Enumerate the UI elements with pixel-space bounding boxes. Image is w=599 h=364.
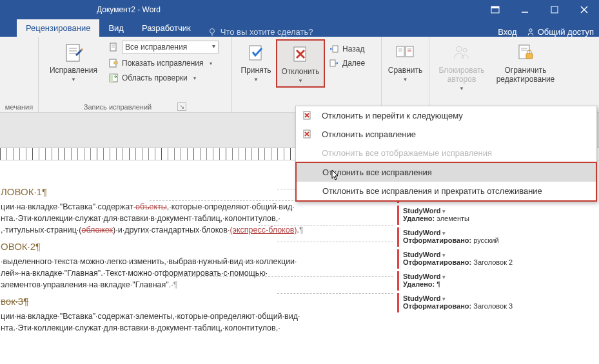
previous-change-button[interactable]: Назад — [328, 43, 366, 55]
track-changes-icon — [63, 42, 84, 64]
chevron-down-icon: ▾ — [193, 75, 196, 81]
tab-developer[interactable]: Разработчик — [133, 19, 200, 37]
paragraph: лей»·на·вкладке·"Главная".·Текст·можно·о… — [1, 267, 387, 279]
reviewing-pane-icon — [108, 73, 119, 83]
revision-item[interactable]: StudyWordОтформатировано: Заголовок 2 — [397, 249, 595, 269]
paragraph: ции·на·вкладке·"Вставка"·содержат·элемен… — [1, 311, 387, 322]
revision-detail: Отформатировано: Заголовок 3 — [403, 302, 593, 310]
group-changes: Принять ▼ Отклонить ▼ Назад — [232, 37, 382, 112]
next-icon — [329, 58, 339, 68]
paragraph: нта.·Эти·коллекции·служат·для·вставки·в·… — [1, 213, 387, 224]
group-compare: Сравнить ▼ — [382, 37, 429, 112]
revision-author: StudyWord — [403, 294, 593, 302]
heading-3: вок·3¶ — [1, 294, 387, 309]
revision-item[interactable]: StudyWordУдалено: элементы — [397, 206, 595, 225]
revision-detail: Отформатировано: Заголовок 2 — [403, 258, 593, 266]
menu-reject-all[interactable]: Отклонить все исправления — [297, 163, 596, 182]
tab-review[interactable]: Рецензирование — [17, 19, 99, 37]
menu-reject-change[interactable]: Отклонить исправление — [296, 125, 596, 144]
sign-in-link[interactable]: Вход — [498, 27, 516, 37]
revision-detail: Отформатировано: русский — [403, 236, 593, 244]
group-tracking: Исправления ▼ Все исправления Показать и… — [39, 37, 232, 112]
accept-icon — [245, 42, 267, 64]
markup-icon — [108, 58, 119, 68]
ribbon-tabs: Рецензирование Вид Разработчик Что вы хо… — [0, 19, 599, 37]
svg-rect-28 — [406, 46, 413, 57]
revision-author: StudyWord — [403, 273, 593, 280]
reject-dropdown-menu: Отклонить и перейти к следующему Отклони… — [295, 106, 597, 202]
chevron-down-icon: ▼ — [403, 77, 408, 82]
group-comments: мечания — [0, 37, 39, 112]
compare-icon — [395, 42, 417, 64]
block-authors-icon — [451, 42, 473, 64]
revision-author: StudyWord — [403, 207, 593, 215]
reject-icon — [290, 43, 311, 65]
revision-author: StudyWord — [403, 251, 593, 258]
svg-rect-18 — [114, 62, 117, 64]
svg-point-6 — [210, 28, 214, 33]
track-changes-button[interactable]: Исправления ▼ — [43, 39, 104, 85]
maximize-icon[interactable] — [540, 0, 569, 19]
svg-rect-1 — [491, 6, 499, 8]
svg-point-9 — [529, 28, 531, 31]
chevron-down-icon: ▼ — [298, 78, 303, 84]
menu-reject-and-next[interactable]: Отклонить и перейти к следующему — [296, 106, 596, 125]
svg-rect-38 — [526, 53, 533, 59]
reject-icon — [302, 129, 313, 139]
revision-detail: Удалено: элементы — [403, 215, 593, 222]
revision-item[interactable]: StudyWordУдалено: ¶ — [397, 271, 595, 291]
share-icon — [526, 28, 535, 37]
revision-item[interactable]: StudyWordОтформатировано: Заголовок 3 — [397, 293, 595, 312]
window-title: Документ2 - Word — [97, 5, 161, 14]
group-tracking-label: Запись исправлений — [84, 103, 152, 111]
svg-rect-21 — [250, 46, 261, 60]
revision-item[interactable]: StudyWordОтформатировано: русский — [397, 227, 595, 247]
svg-rect-25 — [333, 46, 338, 52]
chevron-down-icon: ▼ — [253, 77, 259, 82]
window-controls — [480, 0, 599, 19]
svg-point-33 — [457, 46, 462, 52]
close-icon[interactable] — [569, 0, 599, 19]
paragraph: ·выделенного·текста·можно·легко·изменить… — [1, 256, 387, 267]
accept-button[interactable]: Принять ▼ — [236, 39, 276, 85]
share-button[interactable]: Общий доступ — [526, 27, 594, 37]
paragraph: ции·на·вкладке·"Вставка"·содержат·объект… — [1, 201, 387, 213]
svg-rect-27 — [397, 46, 404, 57]
next-change-button[interactable]: Далее — [328, 57, 366, 69]
revision-detail: Удалено: ¶ — [403, 280, 593, 288]
chevron-down-icon: ▼ — [459, 86, 464, 91]
tab-view[interactable]: Вид — [99, 19, 133, 37]
minimize-icon[interactable] — [510, 0, 540, 19]
display-for-review-dropdown[interactable]: Все исправления — [107, 39, 220, 55]
reject-button[interactable]: Отклонить ▼ — [276, 39, 325, 88]
chevron-down-icon: ▾ — [210, 61, 212, 66]
group-protect: Блокировать авторов ▼ Ограничить редакти… — [429, 37, 565, 112]
dialog-launcher-icon[interactable]: ↘ — [177, 102, 186, 111]
svg-point-34 — [463, 48, 467, 52]
show-markup-dropdown[interactable]: Показать исправления ▾ — [107, 57, 220, 70]
group-comments-label: мечания — [4, 102, 34, 111]
compare-button[interactable]: Сравнить ▼ — [386, 39, 425, 85]
tell-me-placeholder: Что вы хотите сделать? — [221, 27, 313, 37]
ribbon: мечания Исправления ▼ Все исправления — [0, 37, 599, 113]
restrict-editing-button[interactable]: Ограничить редактирование — [490, 39, 561, 87]
svg-rect-26 — [330, 60, 335, 66]
paragraph: нта.·Эти·коллекции·служат·для·вставки·в·… — [1, 322, 387, 334]
titlebar: Документ2 - Word — [0, 0, 599, 19]
block-authors-button: Блокировать авторов ▼ — [433, 39, 490, 94]
svg-rect-3 — [551, 6, 558, 13]
mouse-cursor-icon — [331, 169, 340, 181]
tell-me-search[interactable]: Что вы хотите сделать? — [208, 27, 313, 37]
revision-author: StudyWord — [403, 229, 593, 236]
ribbon-display-options-icon[interactable] — [480, 0, 510, 19]
reviewing-pane-dropdown[interactable]: Область проверки ▾ — [107, 72, 220, 84]
lightbulb-icon — [208, 28, 217, 37]
previous-icon — [329, 44, 339, 54]
reject-icon — [302, 110, 313, 120]
menu-reject-all-stop[interactable]: Отклонить все исправления и прекратить о… — [297, 182, 596, 200]
svg-rect-20 — [110, 74, 113, 82]
restrict-icon — [515, 42, 536, 64]
page-icon — [108, 42, 119, 52]
paragraph: ,·титульных·страниц·(обложек)·и·других·с… — [1, 224, 387, 236]
menu-reject-shown: Отклонить все отображаемые исправления — [296, 144, 596, 162]
